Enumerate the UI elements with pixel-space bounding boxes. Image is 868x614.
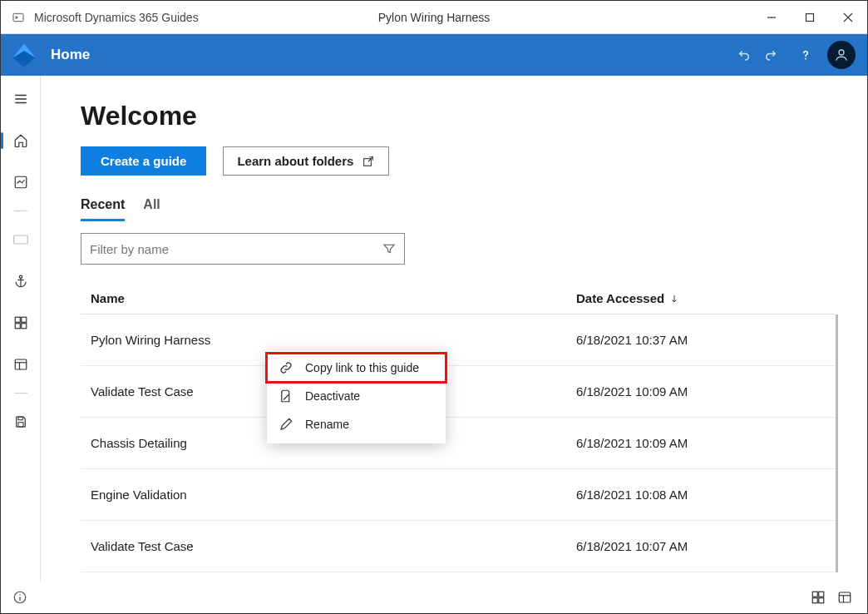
divider [14,393,27,394]
row-date: 6/18/2021 10:09 AM [576,384,826,399]
info-icon[interactable] [12,590,27,605]
redo-button[interactable] [757,42,784,68]
table-header: Name Date Accessed [81,283,836,314]
col-date[interactable]: Date Accessed [576,291,826,305]
row-date: 6/18/2021 10:07 AM [576,539,826,553]
link-icon [279,360,293,375]
analyze-icon[interactable] [4,169,37,196]
row-name: Engine Validation [91,488,576,502]
cm-deactivate-label: Deactivate [305,389,360,403]
row-date: 6/18/2021 10:09 AM [576,436,826,450]
page-title: Welcome [81,101,836,131]
sidebar [1,76,41,582]
tabs: Recent All [81,197,836,221]
table-row[interactable]: Validate Test Case 6/18/2021 10:09 AM [81,366,836,418]
svg-rect-11 [13,235,27,244]
guides-table: Name Date Accessed Pylon Wiring Harness … [81,283,836,572]
minimize-button[interactable] [752,1,791,34]
svg-point-12 [19,275,22,278]
titlebar: Microsoft Dynamics 365 Guides Pylon Wiri… [1,1,867,34]
filter-wrap [81,233,405,265]
col-date-label: Date Accessed [576,291,664,305]
app-name: Microsoft Dynamics 365 Guides [34,11,199,24]
cm-copy-link[interactable]: Copy link to this guide [267,354,446,382]
svg-rect-17 [15,324,20,329]
home-icon[interactable] [4,127,37,154]
list-view-button[interactable] [834,587,856,608]
create-guide-button[interactable]: Create a guide [81,146,206,176]
context-menu: Copy link to this guide Deactivate Renam… [267,350,446,443]
divider [14,210,27,211]
app-icon [11,10,26,25]
tab-recent[interactable]: Recent [81,197,125,221]
step-icon[interactable] [4,309,37,336]
tab-all[interactable]: All [143,197,160,221]
hamburger-icon[interactable] [4,86,37,112]
svg-rect-2 [806,14,814,22]
main-content: Welcome Create a guide Learn about folde… [41,76,867,582]
app-header: Home [1,34,867,76]
window-controls [752,1,867,34]
svg-point-6 [839,50,844,55]
svg-rect-35 [839,592,851,602]
table-row[interactable]: Chassis Detailing 6/18/2021 10:09 AM [81,418,836,469]
filter-icon[interactable] [382,242,396,255]
svg-rect-19 [15,359,27,369]
save-icon[interactable] [4,409,37,435]
svg-line-25 [368,156,372,161]
close-button[interactable] [829,1,867,34]
svg-point-29 [19,594,21,596]
header-title: Home [51,47,90,63]
rename-icon [279,417,293,432]
table-row[interactable]: Engine Validation 6/18/2021 10:08 AM [81,469,836,521]
deactivate-icon [279,389,293,404]
learn-folders-button[interactable]: Learn about folders [223,146,389,176]
cm-deactivate[interactable]: Deactivate [267,382,446,410]
grid-view-button[interactable] [807,587,829,608]
row-date: 6/18/2021 10:08 AM [576,488,826,502]
svg-point-5 [805,58,806,60]
table-row[interactable]: Pylon Wiring Harness 6/18/2021 10:37 AM [81,314,836,366]
external-link-icon [362,155,375,168]
svg-rect-33 [812,598,817,603]
svg-rect-15 [15,317,20,322]
sort-desc-icon [669,294,679,304]
doc-title: Pylon Wiring Harness [378,11,491,24]
svg-line-27 [284,395,289,400]
table-body: Pylon Wiring Harness 6/18/2021 10:37 AM … [81,314,838,572]
filter-input[interactable] [90,242,382,256]
avatar[interactable] [827,41,856,69]
undo-button[interactable] [731,42,757,68]
col-name[interactable]: Name [91,291,576,305]
anchor-icon[interactable] [4,268,37,295]
table-row[interactable]: Validate Test Case 6/18/2021 10:07 AM [81,521,836,572]
help-button[interactable] [792,42,819,68]
outline-icon[interactable] [4,226,37,253]
row-name: Validate Test Case [91,539,576,553]
svg-rect-32 [819,592,824,597]
row-name: Pylon Wiring Harness [91,333,576,347]
maximize-button[interactable] [791,1,829,34]
cm-rename[interactable]: Rename [267,410,446,438]
footer [1,582,867,613]
svg-rect-23 [18,423,23,427]
row-date: 6/18/2021 10:37 AM [576,333,826,347]
logo-icon [9,40,39,70]
svg-rect-18 [21,324,26,329]
cm-copy-link-label: Copy link to this guide [305,361,419,374]
form-icon[interactable] [4,351,37,378]
svg-rect-31 [812,592,817,597]
learn-folders-label: Learn about folders [237,154,353,168]
svg-rect-34 [819,598,824,603]
cm-rename-label: Rename [305,418,349,431]
svg-rect-16 [21,317,26,322]
